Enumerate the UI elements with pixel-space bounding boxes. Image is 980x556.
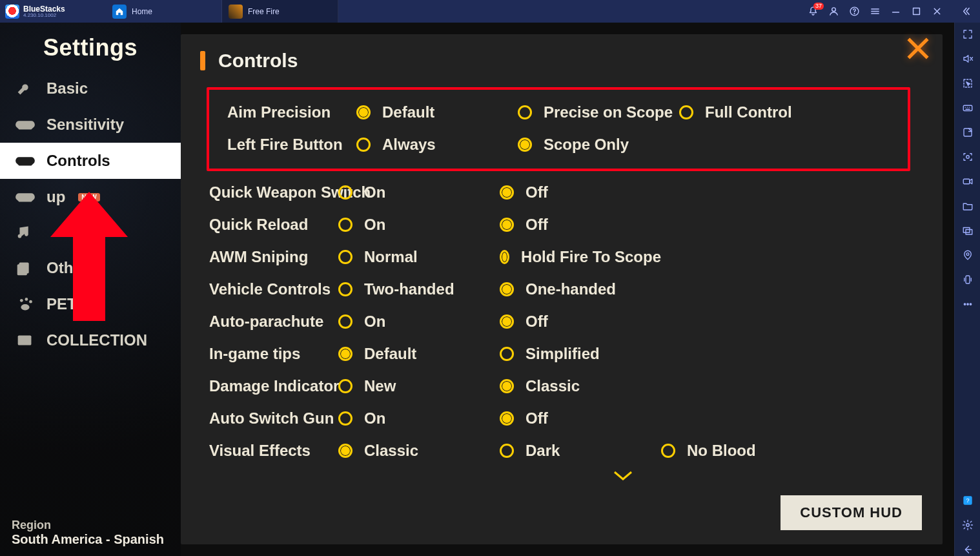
radio-icon	[338, 250, 352, 264]
nav-others[interactable]: Others	[0, 250, 181, 286]
gear-icon[interactable]	[961, 519, 974, 531]
location-icon[interactable]	[961, 249, 974, 262]
option-label: In-game tips	[209, 345, 338, 363]
radio-parachute-0[interactable]: On	[338, 313, 500, 331]
radio-label: Default	[364, 345, 416, 363]
close-panel-button[interactable]	[900, 30, 936, 67]
music-icon	[14, 224, 36, 241]
nav-label: Controls	[46, 152, 110, 170]
radio-label: Simplified	[526, 345, 600, 363]
scroll-down-button[interactable]	[200, 467, 917, 485]
svg-rect-25	[18, 335, 32, 345]
menu-icon[interactable]	[869, 6, 881, 17]
radio-awm-1[interactable]: Hold Fire To Scope	[500, 248, 661, 266]
radio-quick_reload-1[interactable]: Off	[500, 216, 661, 234]
radio-icon	[338, 411, 352, 426]
shake-icon[interactable]	[961, 273, 974, 286]
option-label: Visual Effects	[209, 442, 338, 460]
radio-damage-1[interactable]: Classic	[500, 377, 661, 395]
settings-panel: Controls Aim PrecisionDefaultPrecise on …	[181, 34, 943, 544]
keyboard-icon[interactable]	[961, 101, 974, 114]
svg-rect-9	[963, 228, 970, 233]
radio-aim_precision-1[interactable]: Precise on Scope	[518, 103, 679, 121]
svg-point-2	[854, 14, 855, 14]
more-icon[interactable]	[961, 298, 974, 311]
radio-left_fire_button-0[interactable]: Always	[356, 136, 518, 154]
volume-mute-icon[interactable]	[961, 52, 974, 65]
radio-autoswitch-1[interactable]: Off	[500, 409, 661, 427]
tab-home[interactable]: Home	[106, 0, 222, 23]
radio-tips-0[interactable]: Default	[338, 345, 500, 363]
nav-sound[interactable]	[0, 215, 181, 250]
nav-sensitivity[interactable]: Sensitivity	[0, 107, 181, 143]
radio-autoswitch-0[interactable]: On	[338, 409, 500, 427]
radio-quick_reload-0[interactable]: On	[338, 216, 500, 234]
close-icon[interactable]	[931, 6, 943, 17]
notifications-icon[interactable]: 37	[807, 6, 819, 17]
nav-pet[interactable]: PET	[0, 286, 181, 322]
radio-aim_precision-2[interactable]: Full Control	[679, 103, 841, 121]
radio-icon	[338, 185, 352, 200]
account-icon[interactable]	[828, 6, 839, 17]
cursor-lock-icon[interactable]	[961, 77, 974, 90]
radio-parachute-1[interactable]: Off	[500, 313, 661, 331]
svg-point-23	[29, 300, 32, 304]
radio-visual-1[interactable]: Dark	[500, 442, 661, 460]
radio-label: Off	[526, 313, 548, 331]
panel-header: Controls	[200, 50, 917, 72]
radio-label: On	[364, 313, 385, 331]
svg-point-26	[21, 338, 23, 340]
back-icon[interactable]	[961, 543, 974, 556]
help-icon[interactable]	[848, 6, 860, 17]
maximize-icon[interactable]	[910, 6, 922, 17]
svg-point-18	[966, 524, 969, 527]
svg-point-14	[966, 304, 968, 305]
svg-rect-5	[963, 105, 972, 110]
fullscreen-icon[interactable]	[961, 28, 974, 41]
option-row-quick_reload: Quick ReloadOnOff	[200, 209, 917, 241]
radio-quick_weapon-0[interactable]: On	[338, 183, 500, 201]
radio-label: Hold Fire To Scope	[521, 248, 661, 266]
radio-label: Scope Only	[544, 136, 629, 154]
nav-autopickup[interactable]: up NEW	[0, 179, 181, 215]
radio-quick_weapon-1[interactable]: Off	[500, 183, 661, 201]
record-icon[interactable]	[961, 175, 974, 188]
radio-icon	[500, 411, 514, 426]
nav-basic[interactable]: Basic	[0, 70, 181, 107]
nav-collection[interactable]: COLLECTION	[0, 322, 181, 358]
radio-label: Precise on Scope	[544, 103, 673, 121]
help-square-icon[interactable]: ?	[961, 494, 974, 507]
radio-damage-0[interactable]: New	[338, 377, 500, 395]
collapse-sidebar-icon[interactable]	[959, 6, 971, 17]
nav-controls[interactable]: Controls	[0, 143, 181, 179]
folder-icon[interactable]	[961, 200, 974, 212]
svg-point-15	[970, 304, 971, 305]
radio-icon	[518, 105, 532, 119]
radio-vehicle-1[interactable]: One-handed	[500, 280, 661, 298]
radio-left_fire_button-1[interactable]: Scope Only	[518, 136, 679, 154]
svg-point-0	[832, 8, 835, 12]
radio-vehicle-0[interactable]: Two-handed	[338, 280, 500, 298]
radio-tips-1[interactable]: Simplified	[500, 345, 661, 363]
radio-awm-0[interactable]: Normal	[338, 248, 500, 266]
install-apk-icon[interactable]	[961, 126, 974, 139]
radio-label: One-handed	[526, 280, 616, 298]
minimize-icon[interactable]	[890, 6, 901, 17]
svg-rect-20	[17, 264, 27, 275]
options-list: Aim PrecisionDefaultPrecise on ScopeFull…	[200, 87, 917, 467]
svg-rect-12	[966, 276, 970, 283]
option-label: Damage Indicator	[209, 377, 338, 395]
bluestacks-titlebar: BlueStacks 4.230.10.1002 Home Free Fire …	[0, 0, 980, 23]
radio-visual-2[interactable]: No Blood	[661, 442, 822, 460]
custom-hud-button[interactable]: CUSTOM HUD	[781, 495, 922, 530]
screenshot-icon[interactable]	[961, 150, 974, 163]
multi-instance-icon[interactable]	[961, 224, 974, 237]
radio-aim_precision-0[interactable]: Default	[356, 103, 518, 121]
radio-icon	[338, 379, 352, 393]
radio-icon	[356, 105, 371, 119]
radio-visual-0[interactable]: Classic	[338, 442, 500, 460]
radio-icon	[518, 138, 532, 152]
radio-icon	[500, 218, 514, 232]
radio-label: Off	[526, 183, 548, 201]
tab-free-fire[interactable]: Free Fire	[222, 0, 338, 23]
